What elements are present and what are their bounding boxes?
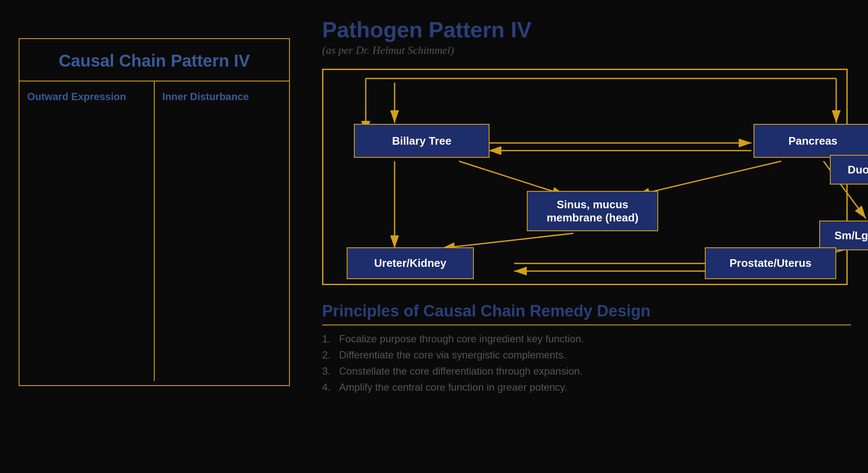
prostate-uterus-node: Prostate/Uterus [705, 247, 836, 279]
sm-lg-intestine-node: Sm/Lg Intestine [819, 221, 868, 250]
right-subtitle: (as per Dr. Helmut Schimmel) [322, 44, 851, 57]
right-title: Pathogen Pattern IV [322, 17, 851, 42]
svg-line-14 [637, 161, 781, 195]
svg-line-10 [442, 233, 573, 248]
sinus-node: Sinus, mucus membrane (head) [527, 191, 658, 231]
left-panel-header: Causal Chain Pattern IV [19, 39, 289, 81]
left-panel-title: Causal Chain Pattern IV [28, 51, 281, 70]
svg-line-9 [459, 161, 565, 195]
pathogen-diagram: Billary Tree Pancreas Sinus, mucus membr… [322, 69, 848, 285]
pancreas-node: Pancreas [754, 124, 868, 158]
principle-3: 3. Constellate the core differentiation … [322, 365, 851, 377]
outward-expression-header: Outward Expression [27, 91, 146, 103]
principles-title: Principles of Causal Chain Remedy Design [322, 302, 851, 325]
left-panel-columns: Outward Expression Inner Disturbance [19, 81, 289, 381]
ureter-kidney-node: Ureter/Kidney [347, 247, 474, 279]
principles-section: Principles of Causal Chain Remedy Design… [322, 302, 851, 393]
principles-list: 1. Focalize purpose through core ingredi… [322, 333, 851, 393]
outward-expression-col: Outward Expression [19, 81, 155, 381]
principle-2: 2. Differentiate the core via synergisti… [322, 349, 851, 361]
inner-disturbance-col: Inner Disturbance [155, 81, 289, 381]
right-panel: Pathogen Pattern IV (as per Dr. Helmut S… [322, 17, 851, 397]
principle-1: 1. Focalize purpose through core ingredi… [322, 333, 851, 345]
billary-tree-node: Billary Tree [354, 124, 490, 158]
duodenum-node: Duodenum [830, 155, 868, 185]
principle-4: 4. Amplify the central core function in … [322, 381, 851, 393]
left-panel: Causal Chain Pattern IV Outward Expressi… [19, 38, 290, 386]
inner-disturbance-header: Inner Disturbance [162, 91, 281, 103]
